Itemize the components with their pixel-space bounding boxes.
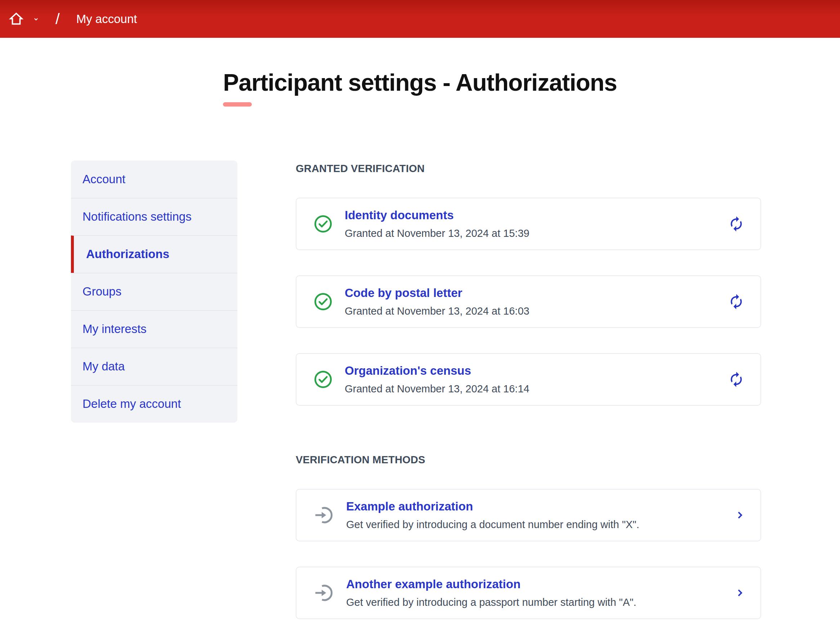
renew-authorization-button[interactable] bbox=[728, 293, 744, 310]
authorizations-main: GRANTED VERIFICATION Identity documents … bbox=[296, 161, 761, 619]
method-card-example-authorization[interactable]: Example authorization Get verified by in… bbox=[296, 489, 761, 541]
authorization-title-link[interactable]: Organization's census bbox=[345, 364, 530, 378]
login-circle-icon bbox=[313, 582, 335, 604]
renew-authorization-button[interactable] bbox=[728, 371, 744, 388]
check-circle-icon bbox=[313, 214, 333, 234]
sidebar-item-delete-my-account[interactable]: Delete my account bbox=[71, 385, 237, 423]
chevron-down-icon bbox=[33, 16, 40, 23]
title-underline-accent bbox=[223, 102, 252, 106]
authorization-title-link[interactable]: Identity documents bbox=[345, 208, 530, 222]
granted-card-identity-documents: Identity documents Granted at November 1… bbox=[296, 198, 761, 250]
sidebar-item-account[interactable]: Account bbox=[71, 161, 237, 198]
refresh-icon bbox=[728, 216, 744, 232]
check-circle-icon bbox=[313, 291, 333, 312]
login-circle-icon bbox=[313, 504, 335, 526]
granted-at-text: Granted at November 13, 2024 at 15:39 bbox=[345, 227, 530, 239]
authorization-title-link[interactable]: Code by postal letter bbox=[345, 286, 530, 300]
content-area: Account Notifications settings Authoriza… bbox=[0, 161, 840, 619]
home-link[interactable] bbox=[9, 11, 24, 27]
chevron-right-icon[interactable] bbox=[735, 509, 744, 521]
method-description: Get verified by introducing a passport n… bbox=[346, 596, 636, 608]
granted-verification-list: Identity documents Granted at November 1… bbox=[296, 198, 761, 406]
breadcrumb-dropdown-toggle[interactable] bbox=[33, 16, 40, 23]
chevron-right-icon[interactable] bbox=[735, 587, 744, 599]
participant-settings-page: / My account Participant settings - Auth… bbox=[0, 0, 840, 626]
method-title-link[interactable]: Another example authorization bbox=[346, 577, 636, 591]
granted-card-code-by-postal-letter: Code by postal letter Granted at Novembe… bbox=[296, 275, 761, 328]
method-card-another-example-authorization[interactable]: Another example authorization Get verifi… bbox=[296, 567, 761, 619]
sidebar-item-authorizations[interactable]: Authorizations bbox=[71, 235, 237, 273]
home-icon bbox=[9, 11, 24, 27]
page-title: Participant settings - Authorizations bbox=[223, 69, 617, 96]
breadcrumb-separator: / bbox=[55, 11, 60, 28]
check-circle-icon bbox=[313, 369, 333, 390]
granted-verification-heading: GRANTED VERIFICATION bbox=[296, 163, 761, 175]
verification-methods-heading: VERIFICATION METHODS bbox=[296, 454, 761, 466]
granted-at-text: Granted at November 13, 2024 at 16:03 bbox=[345, 305, 530, 317]
sidebar-item-groups[interactable]: Groups bbox=[71, 273, 237, 310]
settings-sidebar: Account Notifications settings Authoriza… bbox=[71, 161, 237, 423]
sidebar-item-my-data[interactable]: My data bbox=[71, 348, 237, 385]
refresh-icon bbox=[728, 293, 744, 310]
verification-methods-list: Example authorization Get verified by in… bbox=[296, 489, 761, 619]
page-title-section: Participant settings - Authorizations bbox=[0, 69, 840, 106]
renew-authorization-button[interactable] bbox=[728, 216, 744, 232]
sidebar-item-notifications-settings[interactable]: Notifications settings bbox=[71, 198, 237, 235]
breadcrumb-my-account[interactable]: My account bbox=[76, 12, 137, 26]
sidebar-item-my-interests[interactable]: My interests bbox=[71, 310, 237, 348]
granted-at-text: Granted at November 13, 2024 at 16:14 bbox=[345, 383, 530, 395]
granted-card-organizations-census: Organization's census Granted at Novembe… bbox=[296, 353, 761, 406]
method-title-link[interactable]: Example authorization bbox=[346, 500, 639, 513]
top-navigation-bar: / My account bbox=[0, 0, 840, 38]
method-description: Get verified by introducing a document n… bbox=[346, 519, 639, 531]
refresh-icon bbox=[728, 371, 744, 388]
